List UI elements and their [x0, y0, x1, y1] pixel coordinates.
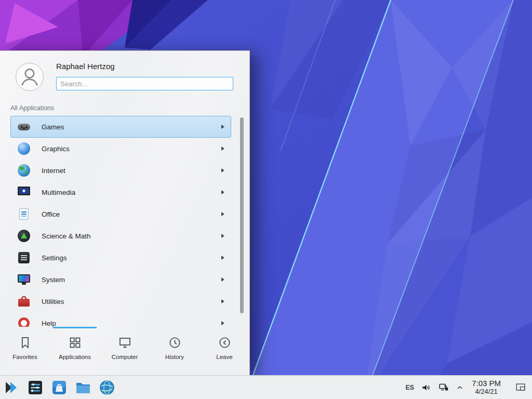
- category-label: System: [42, 276, 65, 284]
- app-category-multimedia[interactable]: Multimedia: [10, 181, 231, 203]
- application-launcher-popup: Raphael Hertzog All Applications Games G…: [0, 50, 250, 375]
- tab-label: History: [165, 354, 184, 360]
- history-icon: [168, 336, 182, 350]
- app-category-system[interactable]: System: [10, 269, 231, 290]
- science-icon: [17, 229, 31, 243]
- chevron-right-icon: [221, 147, 224, 151]
- web-browser-icon[interactable]: [99, 379, 115, 396]
- system-icon: [17, 272, 31, 287]
- clock-time: 7:03 PM: [472, 379, 501, 388]
- app-category-games[interactable]: Games: [10, 116, 231, 138]
- graphics-icon: [17, 141, 31, 156]
- system-tray: ES: [405, 382, 463, 393]
- scrollbar-thumb[interactable]: [240, 117, 244, 313]
- chevron-right-icon: [221, 212, 224, 216]
- category-label: Internet: [42, 167, 65, 175]
- section-label: All Applications: [10, 104, 54, 112]
- tab-computer[interactable]: Computer: [100, 327, 150, 376]
- category-label: Games: [42, 123, 64, 131]
- computer-icon: [118, 336, 132, 350]
- apps-grid-icon: [68, 336, 82, 350]
- chevron-right-icon: [221, 299, 224, 303]
- settings-app-icon[interactable]: [27, 379, 44, 396]
- app-category-graphics[interactable]: Graphics: [10, 138, 231, 159]
- tab-label: Leave: [216, 354, 232, 360]
- category-label: Help: [42, 320, 56, 327]
- bookmark-icon: [18, 336, 32, 350]
- app-category-settings[interactable]: Settings: [10, 247, 231, 269]
- category-label: Graphics: [42, 145, 70, 153]
- show-desktop-icon: [514, 382, 527, 393]
- leave-icon: [218, 336, 232, 350]
- chevron-right-icon: [221, 190, 224, 194]
- chevron-right-icon: [221, 256, 224, 260]
- digital-clock[interactable]: 7:03 PM 4/24/21: [472, 379, 501, 395]
- chevron-right-icon: [221, 321, 224, 325]
- kickoff-icon[interactable]: [3, 379, 20, 396]
- tab-label: Favorites: [12, 354, 37, 360]
- tab-leave[interactable]: Leave: [200, 327, 249, 376]
- taskbar-panel: ES 7:03 PM 4/24/21: [0, 375, 532, 399]
- network-icon[interactable]: [438, 382, 449, 393]
- internet-icon: [17, 163, 31, 178]
- help-icon: [17, 316, 31, 327]
- app-category-utilities[interactable]: Utilities: [10, 290, 231, 312]
- system-tray-area: ES 7:03 PM 4/24/21: [405, 379, 532, 395]
- app-category-science-math[interactable]: Science & Math: [10, 225, 231, 247]
- category-label: Utilities: [42, 298, 64, 305]
- volume-icon[interactable]: [421, 382, 431, 393]
- tab-label: Computer: [112, 354, 138, 360]
- chevron-right-icon: [221, 168, 224, 172]
- keyboard-layout-indicator[interactable]: ES: [405, 384, 414, 391]
- category-label: Multimedia: [42, 189, 75, 196]
- tab-history[interactable]: History: [150, 327, 200, 376]
- tab-label: Applications: [59, 354, 91, 360]
- discover-icon[interactable]: [51, 379, 68, 396]
- user-avatar[interactable]: [16, 63, 44, 91]
- category-label: Settings: [42, 254, 67, 262]
- chevron-right-icon: [221, 125, 224, 129]
- utilities-icon: [17, 294, 31, 309]
- taskbar-app-icons: [0, 379, 115, 396]
- tray-expander-caret-up-icon[interactable]: [456, 384, 463, 391]
- clock-date: 4/24/21: [472, 388, 501, 396]
- chevron-right-icon: [221, 277, 224, 282]
- tab-favorites[interactable]: Favorites: [0, 327, 50, 376]
- category-label: Office: [42, 210, 60, 218]
- file-manager-icon[interactable]: [75, 379, 91, 396]
- games-icon: [17, 119, 31, 134]
- show-desktop-button[interactable]: [514, 382, 527, 393]
- category-label: Science & Math: [42, 232, 91, 240]
- settings-icon: [17, 250, 31, 265]
- app-category-help[interactable]: Help: [10, 312, 231, 327]
- app-category-internet[interactable]: Internet: [10, 159, 231, 181]
- search-input[interactable]: [56, 77, 233, 90]
- user-name: Raphael Hertzog: [56, 62, 115, 71]
- launcher-tab-bar: Favorites Applications Computer History …: [0, 327, 249, 376]
- app-category-office[interactable]: Office: [10, 203, 231, 225]
- chevron-right-icon: [221, 234, 224, 238]
- tab-applications[interactable]: Applications: [50, 327, 100, 376]
- multimedia-icon: [17, 185, 31, 200]
- desktop[interactable]: Raphael Hertzog All Applications Games G…: [0, 0, 532, 399]
- office-icon: [17, 207, 31, 221]
- app-category-list: Games Graphics Internet Multimedia Offic…: [0, 116, 249, 327]
